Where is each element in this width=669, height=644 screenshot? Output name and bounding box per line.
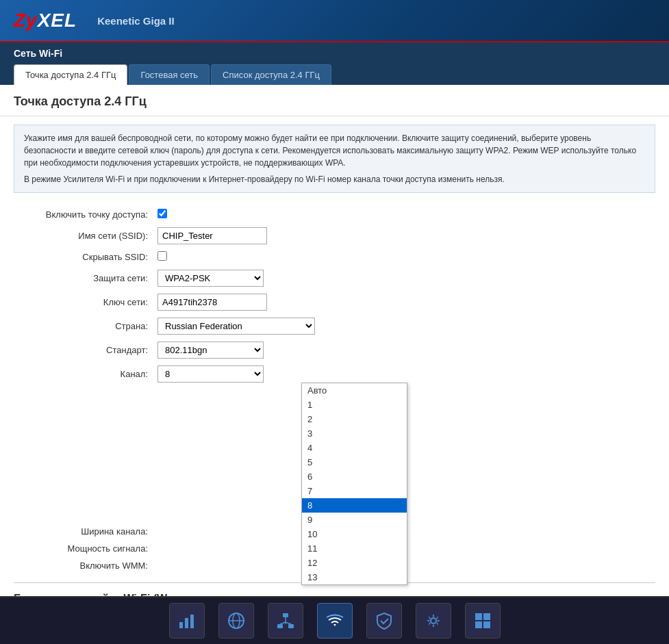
channel-option-2[interactable]: 2 (302, 412, 407, 426)
enable-ap-label: Включить точку доступа: (14, 209, 157, 220)
channel-option-9[interactable]: 9 (302, 513, 407, 527)
channel-option-8[interactable]: 8 (302, 498, 407, 513)
header: ZyXEL Keenetic Giga II (0, 0, 669, 42)
grid-icon (473, 611, 492, 630)
page-title: Сеть Wi-Fi (0, 42, 669, 64)
channel-option-10[interactable]: 10 (302, 527, 407, 541)
channel-option-13[interactable]: 13 (302, 570, 407, 584)
hide-ssid-control (157, 251, 336, 263)
standard-select[interactable]: 802.11b 802.11g 802.11n 802.11bgn (157, 342, 264, 359)
svg-rect-13 (475, 613, 482, 620)
taskbar (0, 596, 669, 644)
svg-point-12 (431, 618, 436, 623)
svg-line-10 (280, 622, 286, 624)
channel-label: Канал: (14, 369, 157, 379)
security-select[interactable]: WPA2-PSK Нет WPA-PSK WPA/WPA2-PSK WEP (157, 270, 264, 287)
taskbar-globe-btn[interactable] (218, 603, 254, 639)
svg-rect-15 (475, 621, 482, 628)
hide-ssid-row: Скрывать SSID: (14, 248, 655, 266)
tab-access-point[interactable]: Точка доступа 2.4 ГГц (14, 64, 127, 85)
hide-ssid-label: Скрывать SSID: (14, 252, 157, 262)
channel-option-1[interactable]: 1 (302, 398, 407, 412)
hide-ssid-checkbox[interactable] (157, 251, 167, 261)
tab-guest-network[interactable]: Гостевая сеть (129, 64, 210, 85)
channel-option-3[interactable]: 3 (302, 426, 407, 441)
channel-option-4[interactable]: 4 (302, 441, 407, 455)
globe-icon (227, 611, 246, 630)
wmm-label: Включить WMM: (14, 561, 157, 571)
logo: ZyXEL (14, 10, 77, 31)
standard-label: Стандарт: (14, 345, 157, 355)
key-row: Ключ сети: (14, 290, 655, 314)
svg-rect-1 (185, 618, 188, 628)
taskbar-grid-btn[interactable] (465, 603, 501, 639)
taskbar-shield-btn[interactable] (366, 603, 402, 639)
channel-option-11[interactable]: 11 (302, 541, 407, 556)
enable-ap-checkbox[interactable] (157, 209, 167, 218)
form-section: Включить точку доступа: Имя сети (SSID):… (0, 201, 669, 578)
standard-row: Стандарт: 802.11b 802.11g 802.11n 802.11… (14, 338, 655, 362)
ssid-control (157, 227, 336, 244)
channel-dropdown: Авто 1 2 3 4 5 6 7 8 9 10 11 12 13 (301, 383, 407, 585)
ssid-input[interactable] (157, 227, 267, 244)
key-control (157, 294, 336, 311)
info-box: Укажите имя для вашей беспроводной сети,… (14, 125, 655, 193)
key-label: Ключ сети: (14, 297, 157, 307)
tabs-bar: Точка доступа 2.4 ГГц Гостевая сеть Спис… (0, 64, 669, 85)
security-label: Защита сети: (14, 273, 157, 283)
channel-option-7[interactable]: 7 (302, 484, 407, 498)
taskbar-wifi-btn[interactable] (317, 603, 353, 639)
enable-ap-control (157, 209, 336, 220)
power-label: Мощность сигнала: (14, 543, 157, 554)
info-text-1: Укажите имя для вашей беспроводной сети,… (24, 132, 645, 169)
security-control: WPA2-PSK Нет WPA-PSK WPA/WPA2-PSK WEP (157, 270, 336, 287)
svg-rect-7 (277, 624, 283, 628)
info-text-2: В режиме Усилителя Wi-Fi и при подключен… (24, 173, 645, 185)
svg-line-11 (286, 622, 291, 624)
channel-select[interactable]: Авто 1 2 3 4 5 6 7 8 9 10 11 12 13 (157, 365, 264, 383)
taskbar-gear-btn[interactable] (416, 603, 451, 639)
standard-control: 802.11b 802.11g 802.11n 802.11bgn (157, 342, 336, 359)
channel-option-5[interactable]: 5 (302, 455, 407, 469)
country-control: Russian Federation (157, 318, 336, 335)
enable-ap-row: Включить точку доступа: (14, 205, 655, 224)
svg-rect-6 (283, 613, 288, 617)
taskbar-network-btn[interactable] (268, 603, 303, 639)
key-input[interactable] (157, 294, 267, 311)
main-content: Точка доступа 2.4 ГГц Укажите имя для ва… (0, 85, 669, 596)
channel-option-auto[interactable]: Авто (302, 383, 407, 398)
svg-rect-0 (179, 622, 183, 628)
country-select[interactable]: Russian Federation (157, 318, 315, 335)
chart-icon (177, 611, 197, 630)
channel-option-6[interactable]: 6 (302, 469, 407, 484)
gear-icon (424, 611, 443, 630)
svg-rect-2 (190, 615, 194, 628)
tab-access-list[interactable]: Список доступа 2.4 ГГц (211, 64, 331, 85)
svg-rect-16 (483, 621, 490, 628)
shield-icon (375, 611, 394, 630)
country-label: Страна: (14, 321, 157, 331)
channel-option-12[interactable]: 12 (302, 556, 407, 570)
security-row: Защита сети: WPA2-PSK Нет WPA-PSK WPA/WP… (14, 266, 655, 290)
wifi-icon (325, 611, 344, 630)
country-row: Страна: Russian Federation (14, 314, 655, 338)
ssid-label: Имя сети (SSID): (14, 231, 157, 241)
svg-rect-8 (288, 624, 294, 628)
bandwidth-label: Ширина канала: (14, 526, 157, 537)
ssid-row: Имя сети (SSID): (14, 224, 655, 248)
section-title: Точка доступа 2.4 ГГц (0, 85, 669, 116)
model-name: Keenetic Giga II (97, 15, 175, 27)
network-icon (276, 611, 295, 630)
taskbar-chart-btn[interactable] (169, 603, 205, 639)
channel-control: Авто 1 2 3 4 5 6 7 8 9 10 11 12 13 (157, 365, 336, 383)
channel-row: Канал: Авто 1 2 3 4 5 6 7 8 9 10 11 (14, 362, 655, 386)
content-panel: Точка доступа 2.4 ГГц Укажите имя для ва… (0, 85, 669, 596)
svg-rect-14 (483, 613, 490, 620)
quick-section-title: Быстрая настройка Wi-Fi (W... (0, 587, 669, 596)
